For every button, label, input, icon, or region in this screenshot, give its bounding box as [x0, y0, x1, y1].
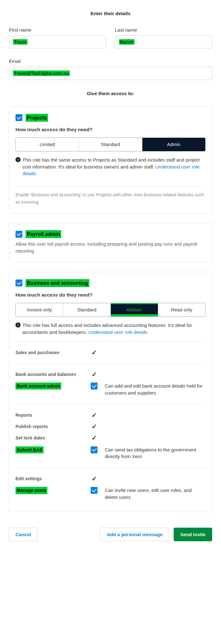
business-role-details-link[interactable]: Understand user role details	[88, 329, 147, 335]
sales-purchases-label: Sales and purchases	[15, 349, 83, 356]
payroll-card: Payroll admin Allow this user full payro…	[9, 223, 212, 262]
bank-accounts-label: Bank accounts and balances	[15, 371, 83, 377]
email-input[interactable]: Travis@TaxDigital.com.au	[9, 67, 212, 80]
check-icon: ✓	[92, 435, 97, 441]
check-icon: ✓	[92, 371, 97, 377]
payroll-title: Payroll admin	[26, 230, 61, 238]
manage-users-checkbox[interactable]	[91, 487, 98, 494]
check-icon: ✓	[92, 349, 97, 356]
projects-card: Projects How much access do they need? L…	[9, 107, 212, 213]
bank-account-admin-desc: Can add and edit bank account details he…	[105, 383, 206, 396]
business-access-segment: Invoice only Standard Adviser Read only	[15, 303, 206, 317]
publish-reports-label: Publish reports	[15, 423, 83, 430]
edit-settings-label: Edit settings	[15, 475, 83, 482]
bank-account-admin-label: Bank account admin	[15, 383, 61, 389]
info-icon: i	[15, 322, 21, 328]
submit-bas-desc: Can send tax obligations to the governme…	[105, 446, 206, 460]
enter-details-heading: Enter their details	[9, 0, 212, 27]
projects-standard-option[interactable]: Standard	[79, 138, 142, 151]
set-lock-dates-label: Set lock dates	[15, 435, 83, 441]
projects-title: Projects	[26, 114, 48, 122]
cancel-button[interactable]: Cancel	[9, 528, 38, 541]
add-personal-message-button[interactable]: Add a personal message	[100, 528, 169, 541]
projects-admin-option[interactable]: Admin	[142, 138, 205, 151]
last-name-input[interactable]: Bacon	[115, 35, 212, 49]
check-icon: ✓	[92, 475, 97, 482]
send-invite-button[interactable]: Send invite	[174, 528, 212, 541]
business-adviser-option[interactable]: Adviser	[111, 303, 158, 316]
business-access-question: How much access do they need?	[15, 291, 206, 298]
email-label: Email	[9, 58, 212, 65]
business-card: Business and accounting How much access …	[9, 272, 212, 511]
business-role-description: This role has full access and includes a…	[22, 322, 206, 336]
check-icon: ✓	[92, 423, 97, 430]
business-read-only-option[interactable]: Read only	[158, 303, 205, 316]
projects-role-description: This role has the same access to Project…	[22, 156, 206, 177]
projects-note: Enable 'Business and accounting' to use …	[15, 191, 206, 205]
projects-access-question: How much access do they need?	[15, 126, 206, 133]
business-invoice-only-option[interactable]: Invoice only	[16, 303, 63, 316]
manage-users-label: Manage users	[15, 487, 47, 494]
projects-checkbox[interactable]	[15, 114, 22, 121]
business-title: Business and accounting	[26, 279, 89, 287]
payroll-checkbox[interactable]	[15, 231, 22, 238]
first-name-label: First name	[9, 27, 106, 34]
business-checkbox[interactable]	[15, 279, 22, 286]
last-name-value: Bacon	[119, 39, 134, 45]
business-standard-option[interactable]: Standard	[63, 303, 110, 316]
payroll-description: Allow this user full payroll access, inc…	[15, 241, 206, 255]
projects-limited-option[interactable]: Limited	[16, 138, 79, 151]
projects-access-segment: Limited Standard Admin	[15, 138, 206, 151]
manage-users-desc: Can invite new users, edit user roles, a…	[105, 487, 206, 501]
give-access-heading: Give them access to:	[9, 80, 212, 107]
bank-account-admin-checkbox[interactable]	[91, 383, 98, 389]
first-name-value: Travis	[13, 39, 27, 45]
first-name-input[interactable]: Travis	[9, 35, 106, 49]
submit-bas-checkbox[interactable]	[91, 446, 98, 453]
last-name-label: Last name	[115, 27, 212, 34]
submit-bas-label: Submit BAS	[15, 446, 44, 453]
reports-label: Reports	[15, 412, 83, 418]
email-value: Travis@TaxDigital.com.au	[13, 71, 70, 76]
check-icon: ✓	[92, 412, 97, 418]
info-icon: i	[15, 157, 21, 162]
